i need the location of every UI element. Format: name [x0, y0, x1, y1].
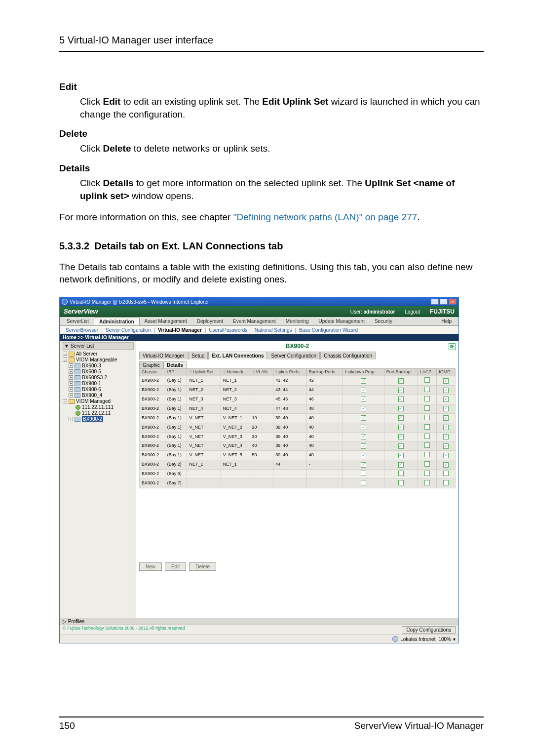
nav1-deployment[interactable]: Deployment: [192, 318, 228, 325]
nav2-national[interactable]: National Settings: [252, 327, 295, 333]
table-row[interactable]: BX900-2(Bay 5): [140, 470, 456, 479]
table-cell: [250, 479, 273, 488]
nav2-users[interactable]: Users/Passwords: [206, 327, 250, 333]
filter-icon[interactable]: ▽: [189, 370, 192, 374]
table-row[interactable]: BX900-2(Bay 1)V_NETV_NET_33039, 4040✓✓✓: [140, 432, 456, 441]
expand-icon[interactable]: +: [69, 363, 73, 368]
delete-button[interactable]: Delete: [189, 562, 216, 571]
nav1-event[interactable]: Event Management: [228, 318, 281, 325]
nav1-administration[interactable]: Administration: [94, 318, 140, 325]
col-network[interactable]: ▽Network: [221, 369, 250, 376]
defining-network-paths-link[interactable]: "Defining network paths (LAN)" on page 2…: [233, 212, 418, 222]
table-cell: V_NET: [187, 441, 221, 451]
nav1-help[interactable]: Help: [436, 318, 457, 325]
details-text-2: to get more information on the selected …: [134, 178, 365, 188]
nav1-monitoring[interactable]: Monitoring: [281, 318, 314, 325]
collapse-icon[interactable]: -: [63, 358, 67, 362]
table-cell: NET_1: [221, 376, 250, 386]
new-button[interactable]: New: [139, 562, 162, 571]
table-cell: 39, 40: [273, 413, 307, 423]
nav1-asset[interactable]: Asset Management: [140, 318, 192, 325]
expand-icon[interactable]: +: [69, 387, 73, 392]
col-backupports[interactable]: Backup Ports: [306, 369, 343, 376]
filter-icon[interactable]: ▽: [252, 370, 255, 374]
tree-item[interactable]: +BX600-5: [62, 369, 134, 375]
tree-managed[interactable]: -VIOM Managed: [62, 398, 134, 404]
nav1-serverlist[interactable]: ServerList: [62, 318, 94, 325]
tree-item[interactable]: +BX600S3-2: [62, 375, 134, 381]
tab-ext-lan[interactable]: Ext. LAN Connections: [208, 352, 267, 359]
nav2-viom[interactable]: Virtual-IO Manager: [155, 327, 205, 333]
collapse-icon[interactable]: -: [63, 399, 67, 403]
expand-icon[interactable]: +: [69, 369, 73, 374]
tree-item[interactable]: +BX900-6: [62, 387, 134, 393]
col-linkdown[interactable]: Linkdown Prop.: [343, 369, 384, 376]
table-row[interactable]: BX900-2(Bay 1)V_NETV_NET_22039, 4040✓✓✓: [140, 423, 456, 432]
table-row[interactable]: BX900-2(Bay 1)NET_1NET_141, 4242✓✓✓: [140, 376, 456, 386]
table-row[interactable]: BX900-2(Bay 1)NET_3NET_345, 4646✓✓✓: [140, 395, 456, 404]
table-cell: 40: [250, 441, 273, 451]
col-vlan[interactable]: ▽VLAN: [250, 369, 273, 376]
col-uplinkset[interactable]: ▽Uplink Set: [187, 369, 221, 376]
details-bold-1: Details: [103, 178, 133, 188]
tree-item[interactable]: +BX600-3: [62, 363, 134, 369]
tree-manageable[interactable]: -VIOM Manageable: [62, 357, 134, 363]
refresh-icon[interactable]: ⟳: [449, 343, 456, 350]
tree-item-selected[interactable]: +BX900-2: [62, 416, 134, 422]
table-row[interactable]: BX900-2(Bay 1)V_NETV_NET_11039, 4040✓✓✓: [140, 413, 456, 423]
edit-button[interactable]: Edit: [165, 562, 186, 571]
tree-item[interactable]: 111.22.12.11: [62, 410, 134, 416]
expand-icon[interactable]: +: [69, 417, 73, 421]
subtab-graphic[interactable]: Graphic: [139, 361, 163, 368]
expand-icon[interactable]: +: [69, 393, 73, 398]
nav1-security[interactable]: Security: [370, 318, 397, 325]
close-button[interactable]: ×: [449, 299, 457, 305]
tab-chassiscfg[interactable]: Chassis Configuration: [320, 352, 376, 359]
tree-item[interactable]: +BX900_4: [62, 393, 134, 398]
sidebar-header[interactable]: ▼ Server List: [62, 342, 134, 350]
tab-setup[interactable]: Setup: [188, 352, 208, 359]
details-def: Click Details to get more information on…: [80, 177, 484, 202]
nav1-update[interactable]: Update Management: [314, 318, 370, 325]
minimize-button[interactable]: _: [431, 299, 439, 305]
logout-link[interactable]: Logout: [405, 309, 420, 315]
fujitsu-logo: FUJITSU: [430, 309, 455, 315]
table-row[interactable]: BX900-2(Bay 1)NET_4NET_447, 4848✓✓✓: [140, 404, 456, 413]
expand-icon[interactable]: +: [69, 375, 73, 380]
col-lacp[interactable]: LACP: [418, 369, 437, 376]
filter-icon[interactable]: ▽: [223, 370, 226, 374]
col-portbackup[interactable]: Port Backup: [384, 369, 418, 376]
delete-text-1: Click: [80, 143, 103, 154]
subtab-details[interactable]: Details: [163, 361, 187, 368]
zoom-dropdown-icon[interactable]: ▾: [453, 637, 456, 642]
col-uplinkports[interactable]: Uplink Ports: [273, 369, 307, 376]
table-cell: [384, 470, 418, 479]
table-row[interactable]: BX900-2(Bay 2)NET_1NET_144-✓✓✓: [140, 460, 456, 470]
tab-servercfg[interactable]: Server Configuration: [267, 352, 320, 359]
checkbox-icon: ✓: [361, 443, 366, 449]
table-cell: ✓: [437, 395, 456, 404]
copy-configurations-button[interactable]: Copy Configurations: [402, 626, 456, 634]
col-igmp[interactable]: IGMP: [437, 369, 456, 376]
nav2-servercfg[interactable]: Server Configuration: [103, 327, 154, 333]
table-row[interactable]: BX900-2(Bay 1)V_NETV_NET_44039, 4040✓✓✓: [140, 441, 456, 451]
expand-icon[interactable]: +: [69, 381, 73, 386]
tree-item[interactable]: +BX900-1: [62, 381, 134, 387]
tab-viom[interactable]: Virtual-IO Manager: [139, 352, 188, 359]
checkbox-icon: ✓: [398, 397, 404, 402]
collapse-icon[interactable]: -: [63, 352, 67, 356]
table-cell: -: [306, 460, 343, 470]
col-ibp[interactable]: IBP: [165, 369, 187, 376]
profiles-handle[interactable]: ▷ Profiles: [60, 618, 458, 625]
table-row[interactable]: BX900-2(Bay 1)V_NETV_NET_55039, 4040✓✓✓: [140, 451, 456, 460]
tree-all[interactable]: -All Server: [62, 351, 134, 357]
nav2-basecfg[interactable]: Base Configuration Wizard: [296, 327, 361, 333]
tree-item[interactable]: 111.22.11.111: [62, 404, 134, 410]
more-info-para: For more information on this, see chapte…: [59, 211, 484, 224]
maximize-button[interactable]: □: [440, 299, 448, 305]
nav2-browser[interactable]: ServerBrowser: [63, 327, 101, 333]
table-row[interactable]: BX900-2(Bay 7): [140, 479, 456, 488]
checkbox-icon: ✓: [443, 415, 449, 421]
col-chassis[interactable]: Chassis: [140, 369, 165, 376]
table-row[interactable]: BX900-2(Bay 1)NET_2NET_243, 4444✓✓✓: [140, 386, 456, 395]
